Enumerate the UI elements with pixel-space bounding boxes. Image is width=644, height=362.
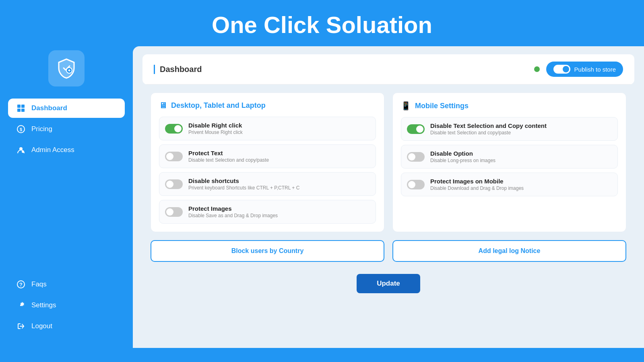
toggle-disable-option[interactable] bbox=[407, 152, 425, 162]
sidebar-item-dashboard[interactable]: Dashboard bbox=[8, 99, 125, 118]
mobile-section-title: 📱 Mobile Settings bbox=[401, 101, 618, 111]
desktop-section-title: 🖥 Desktop, Tablet and Laptop bbox=[159, 101, 376, 110]
dashboard-header: Dashboard Publish to store bbox=[142, 54, 634, 84]
feature-name-shortcuts: Disable shortcuts bbox=[188, 177, 370, 184]
toggle-disable-right-click[interactable] bbox=[165, 124, 183, 134]
feature-text-protect-text: Protect Text Disable text Selection and … bbox=[188, 150, 370, 163]
feature-desc-text-selection: Disable text Selection and copy/paste bbox=[430, 130, 612, 136]
svg-rect-2 bbox=[21, 105, 25, 108]
page-title: One Click Soluation bbox=[0, 0, 644, 46]
content-area: Dashboard Publish to store 🖥 bbox=[133, 46, 644, 348]
dashboard-heading: Dashboard bbox=[154, 65, 202, 74]
sidebar-item-logout[interactable]: Logout bbox=[8, 317, 125, 336]
feature-text-text-selection: Disable Text Selection and Copy content … bbox=[430, 122, 612, 136]
svg-rect-1 bbox=[17, 105, 21, 108]
desktop-feature-list: Disable Right click Privent Mouse Right … bbox=[159, 117, 376, 224]
feature-desc-protect-images-mobile: Disable Download and Drag & Drop images bbox=[430, 185, 612, 191]
legal-log-button[interactable]: Add legal log Notice bbox=[392, 240, 626, 262]
feature-name-disable-option: Disable Option bbox=[430, 150, 612, 157]
mobile-feature-list: Disable Text Selection and Copy content … bbox=[401, 117, 618, 196]
feature-name-protect-images: Protect Images bbox=[188, 205, 370, 212]
feature-text-disable-option: Disable Option Disable Long-press on ima… bbox=[430, 150, 612, 163]
feature-disable-right-click: Disable Right click Privent Mouse Right … bbox=[159, 117, 376, 140]
feature-desc-protect-text: Disable text Selection and copy/paste bbox=[188, 157, 370, 163]
feature-desc-disable-option: Disable Long-press on images bbox=[430, 158, 612, 163]
feature-name-text-selection: Disable Text Selection and Copy content bbox=[430, 122, 612, 129]
settings-icon bbox=[16, 300, 26, 310]
feature-disable-text-selection: Disable Text Selection and Copy content … bbox=[401, 117, 618, 141]
desktop-icon: 🖥 bbox=[159, 101, 167, 110]
feature-name-right-click: Disable Right click bbox=[188, 122, 370, 129]
feature-desc-shortcuts: Privent keyboard Shortcuts like CTRL + P… bbox=[188, 185, 370, 191]
mobile-section: 📱 Mobile Settings Disable Text Selection… bbox=[392, 93, 626, 232]
sidebar-item-admin[interactable]: Admin Access bbox=[8, 140, 125, 160]
nav-list: Dashboard $ Pricing bbox=[0, 99, 133, 160]
panels-grid: 🖥 Desktop, Tablet and Laptop Disable Rig… bbox=[142, 84, 634, 240]
toggle-protect-images[interactable] bbox=[165, 207, 183, 217]
toggle-protect-images-mobile[interactable] bbox=[407, 180, 425, 189]
bottom-buttons: Block users by Country Add legal log Not… bbox=[142, 240, 634, 270]
sidebar-pricing-label: Pricing bbox=[31, 125, 52, 133]
sidebar: Dashboard $ Pricing bbox=[0, 46, 133, 348]
dashboard-icon bbox=[16, 103, 26, 113]
pricing-icon: $ bbox=[16, 124, 26, 134]
feature-disable-option: Disable Option Disable Long-press on ima… bbox=[401, 145, 618, 169]
publish-to-store-button[interactable]: Publish to store bbox=[546, 62, 623, 77]
header-right: Publish to store bbox=[534, 62, 623, 77]
sidebar-item-settings[interactable]: Settings bbox=[8, 296, 125, 315]
feature-text-shortcuts: Disable shortcuts Privent keyboard Short… bbox=[188, 177, 370, 191]
logout-label: Logout bbox=[31, 322, 52, 330]
svg-rect-4 bbox=[21, 109, 25, 112]
faqs-label: Faqs bbox=[31, 280, 47, 288]
sidebar-admin-label: Admin Access bbox=[31, 146, 74, 154]
svg-text:$: $ bbox=[20, 127, 22, 132]
feature-text-right-click: Disable Right click Privent Mouse Right … bbox=[188, 122, 370, 135]
admin-icon bbox=[16, 145, 26, 155]
svg-rect-3 bbox=[17, 109, 21, 112]
feature-protect-images: Protect Images Disable Save as and Drag … bbox=[159, 200, 376, 224]
feature-name-protect-images-mobile: Protect Images on Mobile bbox=[430, 178, 612, 185]
dashboard-panel: Dashboard Publish to store bbox=[142, 54, 634, 84]
feature-desc-protect-images: Disable Save as and Drag & Drop images bbox=[188, 213, 370, 218]
feature-name-protect-text: Protect Text bbox=[188, 150, 370, 156]
logout-icon bbox=[16, 321, 26, 331]
feature-text-protect-images: Protect Images Disable Save as and Drag … bbox=[188, 205, 370, 218]
status-dot bbox=[534, 66, 540, 72]
settings-label: Settings bbox=[31, 301, 56, 309]
faqs-icon: ? bbox=[16, 280, 26, 289]
feature-desc-right-click: Privent Mouse Right click bbox=[188, 130, 370, 135]
toggle-disable-shortcuts[interactable] bbox=[165, 179, 183, 189]
svg-text:?: ? bbox=[19, 282, 23, 288]
feature-disable-shortcuts: Disable shortcuts Privent keyboard Short… bbox=[159, 172, 376, 196]
desktop-section: 🖥 Desktop, Tablet and Laptop Disable Rig… bbox=[151, 93, 384, 232]
mobile-icon: 📱 bbox=[401, 101, 411, 111]
feature-protect-images-mobile: Protect Images on Mobile Disable Downloa… bbox=[401, 173, 618, 196]
toggle-protect-text[interactable] bbox=[165, 152, 183, 161]
sidebar-bottom: ? Faqs Settings bbox=[0, 275, 133, 348]
toggle-disable-text-selection[interactable] bbox=[407, 124, 425, 134]
feature-protect-text: Protect Text Disable text Selection and … bbox=[159, 144, 376, 168]
publish-toggle-switch bbox=[553, 65, 570, 74]
block-users-button[interactable]: Block users by Country bbox=[151, 240, 384, 262]
logo bbox=[48, 50, 85, 86]
update-section: Update bbox=[142, 270, 634, 303]
publish-label: Publish to store bbox=[574, 66, 616, 73]
update-button[interactable]: Update bbox=[357, 274, 420, 293]
feature-text-protect-images-mobile: Protect Images on Mobile Disable Downloa… bbox=[430, 178, 612, 191]
sidebar-item-pricing[interactable]: $ Pricing bbox=[8, 119, 125, 139]
sidebar-item-faqs[interactable]: ? Faqs bbox=[8, 275, 125, 294]
sidebar-dashboard-label: Dashboard bbox=[31, 104, 67, 112]
